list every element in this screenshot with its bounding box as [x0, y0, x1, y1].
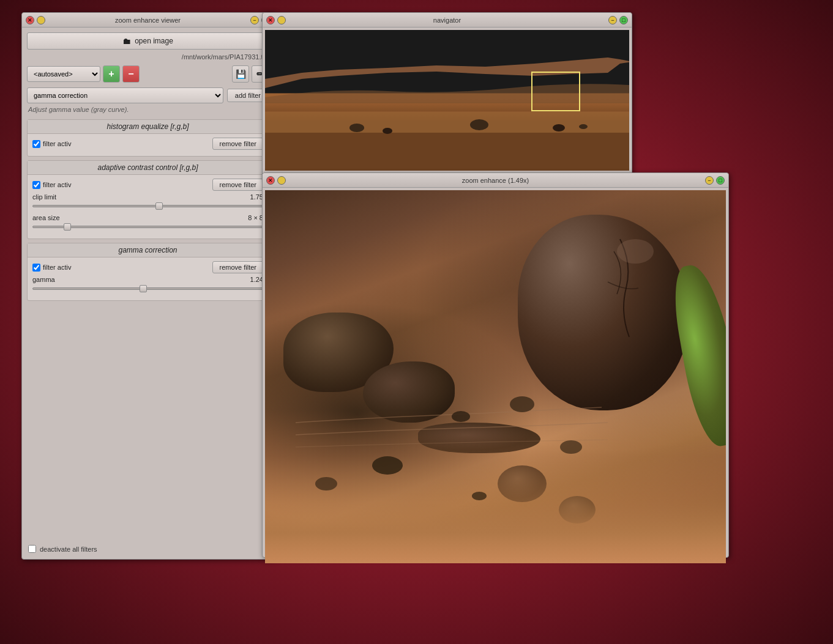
svg-point-4 [349, 124, 364, 132]
shade-button[interactable]: − [250, 16, 259, 24]
filter-title-gamma: gamma correction [28, 243, 268, 257]
gamma-thumb[interactable] [140, 285, 147, 292]
nav-shade-button[interactable]: − [608, 16, 617, 24]
zoom-titlebar-right: − □ [705, 176, 725, 185]
plus-icon: + [108, 68, 114, 80]
filter-panel-gamma: gamma correction filter activ remove fil… [27, 243, 269, 301]
gamma-track [32, 287, 263, 290]
area-size-value: 8 × 8 [242, 214, 263, 221]
navigator-titlebar: ✕ navigator − □ [263, 13, 632, 28]
remove-filter-button-gamma[interactable]: remove filter [212, 261, 263, 273]
zoom-image-area[interactable] [265, 190, 726, 563]
zoom-enhance-viewer-titlebar: ✕ zoom enhance viewer − □ [22, 13, 274, 28]
navigator-title: navigator [286, 17, 608, 24]
clip-limit-label: clip limit [32, 193, 242, 201]
filter-active-label-gamma[interactable]: filter activ [32, 264, 212, 272]
svg-point-7 [553, 124, 565, 131]
rock-large [518, 215, 689, 410]
filter-active-checkbox-histogram[interactable] [32, 140, 40, 148]
open-image-label: open image [135, 37, 173, 45]
zoom-max-button[interactable]: □ [716, 176, 725, 185]
zoom-shade-button[interactable]: − [705, 176, 714, 185]
add-preset-button[interactable]: + [103, 65, 120, 83]
navigator-image-area[interactable] [265, 30, 629, 171]
zoom-title: zoom enhance (1.49x) [286, 177, 705, 184]
gamma-slider[interactable] [32, 284, 263, 293]
deactivate-all-label: deactivate all filters [40, 546, 97, 553]
sand-area [265, 410, 726, 563]
remove-preset-button[interactable]: − [122, 65, 140, 83]
left-panel-content: 🖿 open image /mnt/work/mars/PIA17931.tif… [22, 28, 274, 309]
minus-icon: − [128, 68, 133, 80]
toolbar-row: <autosaved>defaultcustom1 + − 💾 ✏ [27, 65, 269, 83]
svg-rect-3 [265, 111, 629, 133]
filter-body-gamma: filter activ remove filter gamma 1.24 [28, 257, 268, 300]
close-button[interactable]: ✕ [26, 16, 34, 24]
window-title: zoom enhance viewer [45, 17, 250, 24]
filter-active-text-adaptive: filter activ [43, 181, 71, 188]
mars-panorama-nav [265, 30, 629, 171]
viewport-indicator[interactable] [531, 72, 580, 111]
gamma-label: gamma [32, 276, 242, 283]
filter-body-histogram: filter activ remove filter [28, 134, 268, 156]
filter-row-histogram: filter activ remove filter [32, 138, 263, 150]
svg-point-6 [470, 119, 488, 130]
save-button[interactable]: 💾 [232, 65, 249, 83]
area-size-label: area size [32, 214, 242, 221]
area-size-thumb[interactable] [64, 223, 71, 231]
filter-active-text-histogram: filter activ [43, 140, 71, 147]
zoom-minimize-button[interactable] [277, 176, 286, 185]
filter-row-adaptive: filter activ remove filter [32, 179, 263, 191]
filter-title-adaptive: adaptive contrast control [r,g,b] [28, 161, 268, 175]
filter-type-dropdown[interactable]: gamma correctionhistogram equalizeadapti… [27, 87, 223, 103]
nav-close-button[interactable]: ✕ [266, 16, 275, 24]
filter-active-checkbox-gamma[interactable] [32, 264, 40, 272]
filter-body-adaptive: filter activ remove filter clip limit 1.… [28, 175, 268, 239]
svg-point-8 [579, 124, 588, 129]
param-row-area-size: area size 8 × 8 [32, 214, 263, 221]
filter-panel-histogram: histogram equalize [r,g,b] filter activ … [27, 119, 269, 157]
nav-titlebar-left: ✕ [266, 16, 286, 24]
zoom-enhance-window: ✕ zoom enhance (1.49x) − □ [262, 172, 729, 558]
zoom-titlebar-left: ✕ [266, 176, 286, 185]
clip-limit-slider[interactable] [32, 202, 263, 210]
minimize-button[interactable] [37, 16, 45, 24]
nav-minimize-button[interactable] [277, 16, 286, 24]
zoom-titlebar: ✕ zoom enhance (1.49x) − □ [263, 173, 728, 188]
clip-limit-track [32, 205, 263, 207]
filter-add-row: gamma correctionhistogram equalizeadapti… [27, 87, 269, 103]
filter-active-label-histogram[interactable]: filter activ [32, 140, 212, 148]
filter-active-checkbox-adaptive[interactable] [32, 181, 40, 189]
gamma-value: 1.24 [242, 276, 263, 283]
param-row-clip-limit: clip limit 1.75 [32, 193, 263, 201]
clip-limit-value: 1.75 [242, 193, 263, 201]
filter-row-gamma: filter activ remove filter [32, 261, 263, 273]
titlebar-left-buttons: ✕ [26, 16, 45, 24]
nav-max-button[interactable]: □ [619, 16, 628, 24]
save-icon: 💾 [236, 69, 246, 79]
clip-limit-thumb[interactable] [155, 202, 163, 210]
svg-point-5 [383, 128, 392, 134]
mars-surface [265, 190, 726, 563]
preset-dropdown[interactable]: <autosaved>defaultcustom1 [27, 66, 100, 82]
open-image-button[interactable]: 🖿 open image [27, 32, 269, 50]
area-size-slider[interactable] [32, 223, 263, 231]
filter-active-text-gamma: filter activ [43, 264, 71, 271]
zoom-close-button[interactable]: ✕ [266, 176, 275, 185]
filter-hint-text: Adjust gamma value (gray curve). [27, 106, 269, 113]
open-image-icon: 🖿 [122, 36, 131, 46]
filter-panel-adaptive: adaptive contrast control [r,g,b] filter… [27, 160, 269, 239]
remove-filter-button-adaptive[interactable]: remove filter [212, 179, 263, 191]
filter-active-label-adaptive[interactable]: filter activ [32, 181, 212, 189]
deactivate-all-checkbox[interactable] [28, 545, 36, 553]
deactivate-all-row: deactivate all filters [28, 545, 97, 553]
file-path-label: /mnt/work/mars/PIA17931.tif [27, 53, 269, 61]
navigator-window: ✕ navigator − □ [262, 12, 632, 180]
filter-title-histogram: histogram equalize [r,g,b] [28, 120, 268, 134]
nav-titlebar-right: − □ [608, 16, 628, 24]
remove-filter-button-histogram[interactable]: remove filter [212, 138, 263, 150]
zoom-enhance-viewer-window: ✕ zoom enhance viewer − □ 🖿 open image /… [21, 12, 274, 560]
param-row-gamma: gamma 1.24 [32, 276, 263, 283]
